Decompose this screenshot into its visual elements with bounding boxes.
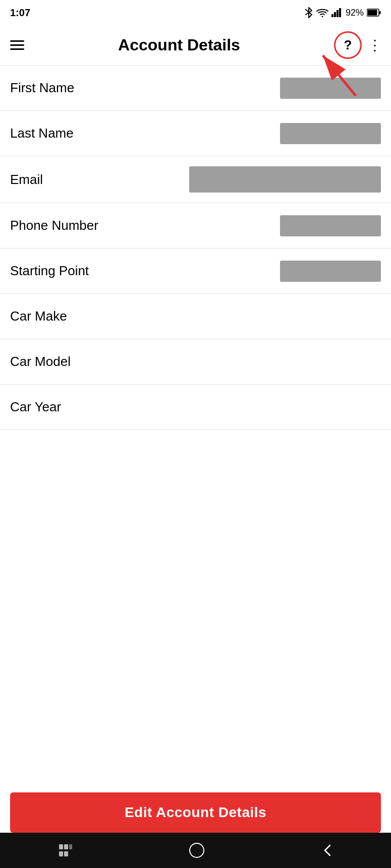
email-row: Email	[0, 156, 391, 203]
svg-point-0	[321, 16, 323, 18]
form-section: First Name Last Name Email Phone Number …	[0, 66, 391, 430]
status-bar: 1:07 92%	[0, 0, 391, 25]
nav-bar	[0, 833, 391, 868]
car-year-row: Car Year	[0, 385, 391, 430]
app-bar: Account Details ⋮	[0, 25, 391, 66]
starting-point-value	[280, 261, 381, 282]
svg-rect-6	[368, 10, 377, 16]
svg-rect-4	[339, 8, 341, 17]
first-name-label: First Name	[10, 80, 74, 96]
first-name-row: First Name	[0, 66, 391, 111]
app-bar-left	[10, 40, 24, 50]
car-model-label: Car Model	[10, 354, 71, 369]
svg-rect-2	[334, 12, 336, 17]
help-button[interactable]	[334, 31, 362, 59]
email-label: Email	[10, 172, 43, 188]
page-title: Account Details	[118, 36, 240, 54]
car-make-row: Car Make	[0, 294, 391, 339]
first-name-value	[280, 78, 381, 99]
bottom-section: Edit Account Details	[0, 792, 391, 833]
svg-point-15	[190, 843, 204, 857]
svg-rect-1	[331, 14, 333, 17]
phone-number-label: Phone Number	[10, 218, 98, 233]
svg-rect-12	[69, 844, 72, 849]
status-icons: 92%	[304, 7, 381, 18]
signal-icon	[331, 8, 343, 17]
wifi-icon	[316, 8, 328, 17]
app-bar-right: ⋮	[334, 31, 381, 59]
phone-number-row: Phone Number	[0, 203, 391, 249]
last-name-value	[280, 123, 381, 144]
car-year-label: Car Year	[10, 399, 61, 415]
last-name-label: Last Name	[10, 126, 74, 141]
svg-rect-10	[59, 844, 63, 849]
bluetooth-icon	[304, 7, 313, 18]
email-value	[189, 166, 381, 193]
last-name-row: Last Name	[0, 111, 391, 156]
more-options-button[interactable]: ⋮	[368, 37, 381, 53]
nav-back-button[interactable]	[321, 843, 333, 857]
svg-rect-7	[379, 11, 381, 14]
battery-icon	[367, 8, 381, 17]
svg-rect-14	[64, 851, 68, 856]
svg-rect-3	[337, 10, 339, 17]
status-time: 1:07	[10, 7, 30, 19]
nav-recents-button[interactable]	[58, 843, 73, 857]
battery-percentage: 92%	[346, 8, 364, 18]
hamburger-menu-button[interactable]	[10, 40, 24, 50]
phone-number-value	[280, 215, 381, 236]
svg-rect-11	[64, 844, 68, 849]
starting-point-row: Starting Point	[0, 249, 391, 294]
edit-account-button[interactable]: Edit Account Details	[10, 792, 381, 833]
nav-home-button[interactable]	[189, 842, 205, 858]
svg-rect-13	[59, 851, 63, 856]
car-model-row: Car Model	[0, 339, 391, 385]
starting-point-label: Starting Point	[10, 263, 89, 279]
car-make-label: Car Make	[10, 308, 67, 324]
